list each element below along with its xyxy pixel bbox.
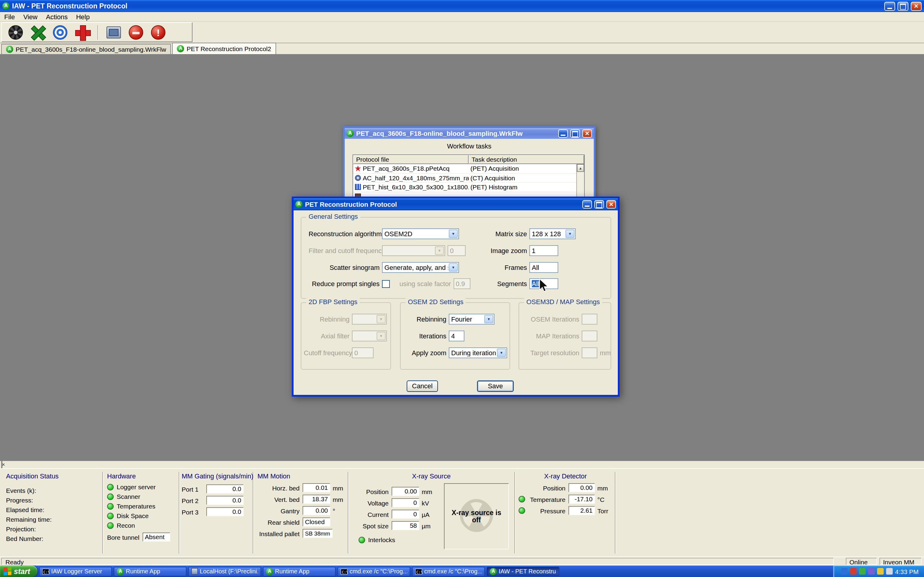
- start-button[interactable]: start: [0, 566, 37, 577]
- cutoff-frequency-label: Cutoff frequency: [304, 349, 349, 356]
- workflow-titlebar[interactable]: PET_acq_3600s_F18-online_blood_sampling.…: [345, 128, 594, 139]
- app-window-icon: [191, 568, 198, 575]
- window-titlebar[interactable]: IAW - PET Reconstruction Protocol: [0, 0, 924, 12]
- display-icon: [107, 26, 121, 38]
- tray-icon-1[interactable]: [841, 568, 848, 575]
- menu-file[interactable]: File: [0, 12, 19, 21]
- segments-field[interactable]: All: [529, 278, 558, 289]
- scatter-sinogram-select[interactable]: Generate, apply, and save: [382, 262, 459, 273]
- menu-actions[interactable]: Actions: [42, 12, 72, 21]
- column-header-task-description[interactable]: Task description: [468, 155, 584, 164]
- source-position-field: 0.00: [392, 487, 419, 496]
- record-toolbar-button[interactable]: [128, 24, 144, 40]
- rear-shield-label: Rear shield: [257, 518, 300, 525]
- matrix-size-label: Matrix size: [470, 230, 527, 237]
- tray-icon-4[interactable]: [868, 568, 875, 575]
- tray-icon-5[interactable]: [877, 568, 884, 575]
- chevron-down-icon[interactable]: [497, 349, 506, 357]
- port2-field: 0.0: [206, 496, 244, 505]
- close-button[interactable]: [582, 129, 592, 138]
- minimize-button[interactable]: [884, 2, 895, 11]
- tray-icon-6[interactable]: [886, 568, 893, 575]
- reconstruction-algorithm-select[interactable]: OSEM2D: [382, 228, 459, 239]
- maximize-button[interactable]: [594, 200, 604, 209]
- app-icon: [489, 568, 497, 575]
- add-toolbar-button[interactable]: [74, 24, 91, 40]
- system-tray: 4:33 PM: [833, 566, 924, 577]
- taskbar-button[interactable]: cmd.exe /c "C:\Prog...: [412, 566, 485, 576]
- osem2d-rebinning-select[interactable]: Fourier: [449, 314, 494, 324]
- unit-label: mm: [597, 484, 608, 492]
- current-label: Current: [352, 511, 389, 518]
- panel-separator: [102, 472, 103, 554]
- selected-value: 128 x 128: [530, 230, 565, 237]
- chevron-down-icon[interactable]: [449, 230, 458, 238]
- tab-workflow[interactable]: PET_acq_3600s_F18-online_blood_sampling.…: [1, 44, 171, 54]
- maximize-button[interactable]: [898, 2, 908, 11]
- section-header: Acquisition Status: [6, 472, 97, 480]
- tab-reconstruction-protocol[interactable]: PET Reconstruction Protocol2: [172, 43, 276, 54]
- minimize-button[interactable]: [582, 200, 592, 209]
- filter-select: [382, 245, 445, 256]
- taskbar-button[interactable]: Runtime App: [114, 566, 186, 576]
- scroll-up-icon[interactable]: ▲: [577, 164, 584, 172]
- taskbar-button[interactable]: LocalHost (F:\Preclini...: [188, 566, 261, 576]
- taskbar-button[interactable]: IAW Logger Server: [39, 566, 112, 576]
- vert-bed-label: Vert. bed: [257, 496, 300, 503]
- chevron-down-icon[interactable]: [449, 263, 458, 272]
- aperture-icon: [8, 25, 23, 39]
- display-toolbar-button[interactable]: [105, 24, 122, 40]
- reduce-prompt-singles-checkbox[interactable]: [382, 280, 390, 288]
- reduce-prompt-singles-label: Reduce prompt singles: [309, 280, 380, 287]
- chevron-down-icon[interactable]: [565, 230, 575, 238]
- acquisition-status-section: Acquisition Status Events (k): Progress:…: [6, 472, 97, 554]
- taskbar-button-active[interactable]: IAW - PET Reconstru...: [487, 566, 559, 576]
- gantry-field: 0.00: [302, 506, 330, 515]
- menu-view[interactable]: View: [19, 12, 42, 21]
- cancel-button[interactable]: Cancel: [407, 380, 438, 392]
- protocol-file-cell: PET_acq_3600s_F18.pPetAcq: [363, 165, 449, 172]
- bed-number-label: Bed Number:: [6, 535, 43, 542]
- chevron-down-icon[interactable]: [484, 315, 493, 323]
- cutoff-frequency-field: 0: [352, 347, 373, 358]
- table-row[interactable]: PET_acq_3600s_F18.pPetAcq (PET) Acquisit…: [353, 164, 584, 173]
- matrix-size-select[interactable]: 128 x 128: [529, 228, 576, 239]
- table-header: Protocol file Task description: [353, 155, 584, 164]
- xray-source-section: X-ray Source Position0.00mm Voltage0kV C…: [352, 472, 510, 554]
- dialog-titlebar[interactable]: PET Reconstruction Protocol: [294, 198, 618, 210]
- close-button[interactable]: [911, 2, 922, 11]
- toolbar: [0, 22, 924, 43]
- unit-label: µA: [422, 511, 430, 518]
- table-row[interactable]: PET_hist_6x10_8x30_5x300_1x1800.pPe... (…: [353, 183, 584, 192]
- unit-label: °: [333, 507, 335, 514]
- osem2d-rebinning-label: Rebinning: [403, 316, 446, 323]
- minimize-button[interactable]: [558, 129, 568, 138]
- iterations-field[interactable]: 4: [449, 330, 464, 342]
- toolbar-separator: [97, 25, 99, 39]
- task-description-cell: (PET) Histogram: [470, 184, 517, 191]
- group-legend: OSEM3D / MAP Settings: [524, 298, 602, 305]
- protocol-file-cell: AC_half_120_4x4_180ms_275mm_rat_J5...: [363, 174, 468, 182]
- stop-toolbar-button[interactable]: [150, 24, 166, 40]
- image-zoom-field[interactable]: 1: [529, 245, 558, 256]
- chevron-down-icon: [376, 332, 386, 340]
- apply-zoom-select[interactable]: During iterations*: [449, 347, 507, 358]
- maximize-button[interactable]: [570, 129, 580, 138]
- aperture-toolbar-button[interactable]: [7, 24, 24, 40]
- clock: 4:33 PM: [895, 568, 919, 575]
- menu-help[interactable]: Help: [72, 12, 94, 21]
- target-toolbar-button[interactable]: [52, 24, 69, 40]
- taskbar-button[interactable]: cmd.exe /c "C:\Prog...: [338, 566, 410, 576]
- frames-field[interactable]: All: [529, 262, 558, 273]
- save-button[interactable]: Save: [477, 380, 514, 392]
- taskbar-button[interactable]: Runtime App: [263, 566, 336, 576]
- close-button[interactable]: [606, 200, 616, 209]
- column-header-protocol-file[interactable]: Protocol file: [353, 155, 468, 164]
- tray-icon-2[interactable]: [850, 568, 857, 575]
- tray-icon-3[interactable]: [859, 568, 866, 575]
- table-row[interactable]: AC_half_120_4x4_180ms_275mm_rat_J5... (C…: [353, 173, 584, 183]
- voltage-label: Voltage: [352, 499, 389, 506]
- elapsed-time-label: Elapsed time:: [6, 506, 44, 513]
- green-x-toolbar-button[interactable]: [29, 24, 46, 40]
- segments-label: Segments: [470, 280, 527, 287]
